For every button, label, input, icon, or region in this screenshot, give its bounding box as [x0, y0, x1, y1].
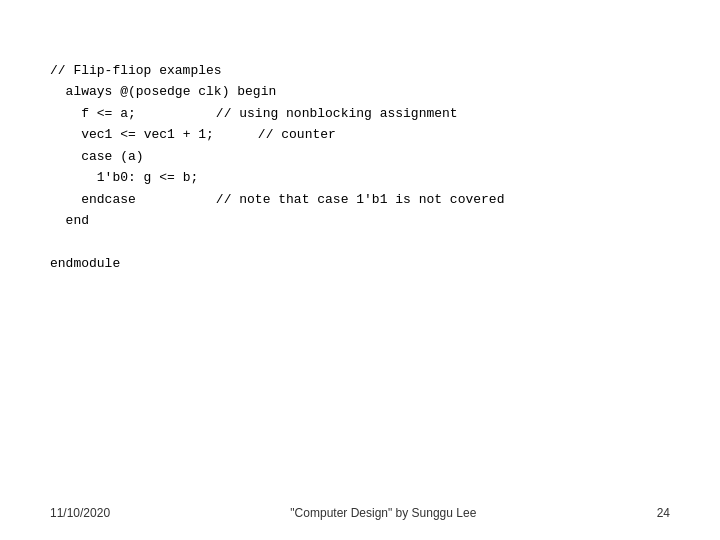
code-main-4: vec1 <= vec1 + 1; [50, 124, 214, 145]
code-line-endmodule: endmodule [50, 253, 670, 274]
code-comment-4: // counter [258, 124, 336, 145]
code-line-blank [50, 232, 670, 253]
code-line-4: vec1 <= vec1 + 1; // counter [50, 124, 670, 145]
footer: 11/10/2020 "Computer Design" by Sunggu L… [0, 506, 720, 520]
code-text-8: end [50, 210, 89, 231]
code-text-endmodule: endmodule [50, 253, 120, 274]
code-text-1: // Flip-fliop examples [50, 60, 222, 81]
code-comment-7: // note that case 1'b1 is not covered [216, 189, 505, 210]
code-line-7: endcase // note that case 1'b1 is not co… [50, 189, 670, 210]
code-line-6: 1'b0: g <= b; [50, 167, 670, 188]
code-line-3: f <= a; // using nonblocking assignment [50, 103, 670, 124]
code-text-6: 1'b0: g <= b; [50, 167, 198, 188]
footer-title: "Computer Design" by Sunggu Lee [290, 506, 476, 520]
code-block: // Flip-fliop examples always @(posedge … [50, 60, 670, 274]
code-line-5: case (a) [50, 146, 670, 167]
slide-content: // Flip-fliop examples always @(posedge … [0, 0, 720, 540]
code-main-7: endcase [50, 189, 136, 210]
code-line-1: // Flip-fliop examples [50, 60, 670, 81]
code-line-8: end [50, 210, 670, 231]
code-text-2: always @(posedge clk) begin [50, 81, 276, 102]
code-main-3: f <= a; [50, 103, 136, 124]
code-comment-3: // using nonblocking assignment [216, 103, 458, 124]
footer-page: 24 [657, 506, 670, 520]
code-text-5: case (a) [50, 146, 144, 167]
footer-date: 11/10/2020 [50, 506, 110, 520]
code-line-2: always @(posedge clk) begin [50, 81, 670, 102]
